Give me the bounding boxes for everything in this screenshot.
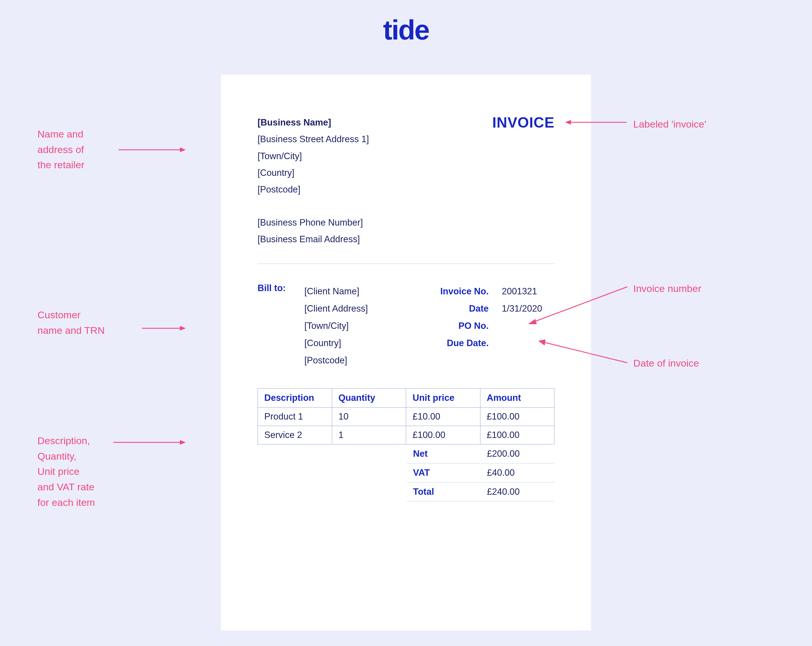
cell-desc: Service 2 [258, 426, 332, 444]
table-row: Product 1 10 £10.00 £100.00 [258, 407, 554, 426]
arrow-icon [113, 440, 186, 445]
business-block: [Business Name] [Business Street Address… [258, 114, 369, 198]
total-value: £240.00 [481, 482, 555, 501]
business-phone: [Business Phone Number] [258, 214, 555, 231]
bill-to-label: Bill to: [258, 283, 290, 369]
annot-retailer: Name and address of the retailer [37, 127, 84, 173]
business-street: [Business Street Address 1] [258, 131, 369, 147]
table-row: Service 2 1 £100.00 £100.00 [258, 426, 554, 444]
annot-invoice-number: Invoice number [633, 281, 701, 296]
client-country: [Country] [304, 335, 426, 352]
client-town: [Town/City] [304, 318, 426, 335]
cell-price: £100.00 [406, 426, 480, 444]
due-label: Due Date. [440, 335, 488, 352]
items-table: Description Quantity Unit price Amount P… [258, 388, 555, 444]
vat-value: £40.00 [481, 463, 555, 482]
table-header-row: Description Quantity Unit price Amount [258, 388, 554, 407]
vat-label: VAT [407, 463, 481, 482]
cell-price: £10.00 [406, 407, 480, 426]
business-town: [Town/City] [258, 148, 369, 165]
business-email: [Business Email Address] [258, 231, 555, 247]
cell-amount: £100.00 [480, 426, 555, 444]
th-quantity: Quantity [332, 388, 406, 407]
th-amount: Amount [480, 388, 555, 407]
totals-row-total: Total £240.00 [407, 482, 554, 501]
po-label: PO No. [440, 318, 488, 335]
client-address: [Client Address] [304, 300, 426, 318]
svg-marker-3 [180, 326, 186, 331]
client-block: [Client Name] [Client Address] [Town/Cit… [304, 283, 426, 369]
invoice-title: INVOICE [492, 114, 555, 131]
brand-logo: tide [383, 16, 429, 44]
th-unit-price: Unit price [406, 388, 480, 407]
invoice-no-value: 2001321 [502, 283, 555, 300]
client-name: [Client Name] [304, 283, 426, 300]
business-country: [Country] [258, 165, 369, 181]
date-label: Date [440, 300, 488, 318]
annot-items: Description, Quantity, Unit price and VA… [37, 433, 95, 510]
business-contact: [Business Phone Number] [Business Email … [258, 214, 555, 248]
svg-marker-5 [180, 440, 186, 445]
th-description: Description [258, 388, 332, 407]
arrow-icon [142, 325, 186, 331]
business-name: [Business Name] [258, 114, 369, 131]
totals-row-vat: VAT £40.00 [407, 463, 554, 482]
total-label: Total [407, 482, 481, 501]
cell-desc: Product 1 [258, 407, 332, 426]
annot-date: Date of invoice [633, 356, 699, 371]
invoice-meta: Invoice No. Date PO No. Due Date. 200132… [440, 283, 554, 369]
net-label: Net [407, 444, 481, 463]
totals-block: Net £200.00 VAT £40.00 Total £240.00 [258, 444, 555, 501]
annot-customer: Customer name and TRN [37, 307, 105, 338]
totals-row-net: Net £200.00 [407, 444, 554, 463]
annot-labeled-invoice: Labeled 'invoice' [633, 116, 706, 132]
cell-qty: 1 [332, 426, 406, 444]
svg-marker-1 [180, 147, 186, 152]
invoice-card: [Business Name] [Business Street Address… [221, 75, 591, 631]
cell-amount: £100.00 [480, 407, 555, 426]
net-value: £200.00 [481, 444, 555, 463]
business-postcode: [Postcode] [258, 181, 369, 198]
cell-qty: 10 [332, 407, 406, 426]
bill-section: Bill to: [Client Name] [Client Address] … [258, 283, 555, 369]
client-postcode: [Postcode] [304, 352, 426, 369]
divider [258, 264, 555, 264]
arrow-icon [119, 147, 186, 153]
invoice-no-label: Invoice No. [440, 283, 488, 300]
date-value: 1/31/2020 [502, 300, 555, 318]
